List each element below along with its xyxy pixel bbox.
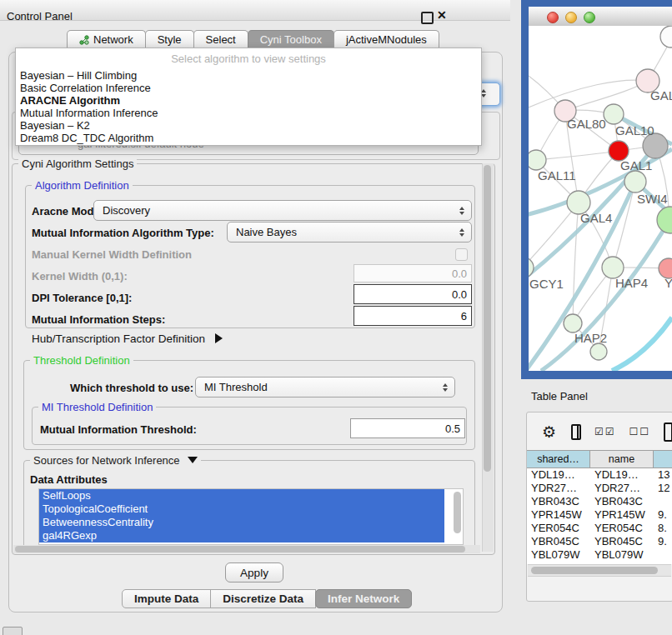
dropdown-item[interactable]: Basic Correlation Inference: [16, 82, 481, 94]
table-row[interactable]: YBL079WYBL079W: [527, 548, 672, 562]
expand-right-icon[interactable]: [215, 333, 223, 343]
settings-vscrollbar-thumb[interactable]: [484, 165, 491, 472]
close-traffic-light-icon[interactable]: [547, 12, 559, 23]
table-cell: YDL19…: [527, 468, 590, 482]
sources-legend: Sources for Network Inference: [30, 455, 201, 466]
aracne-mode-combobox[interactable]: Discovery: [93, 200, 472, 221]
tab-label: Select: [206, 33, 236, 46]
tab-network[interactable]: Network: [67, 30, 146, 48]
cyni-settings-legend: Cyni Algorithm Settings: [18, 158, 137, 169]
zoom-traffic-light-icon[interactable]: [584, 12, 595, 23]
table-cell: YER054C: [590, 522, 654, 535]
tab-label: Style: [158, 33, 182, 46]
algorithm-definition-legend: Algorithm Definition: [32, 180, 133, 191]
new-table-icon[interactable]: [664, 422, 672, 442]
close-icon[interactable]: ✕: [437, 8, 447, 22]
mi-type-value: Naive Bayes: [236, 226, 297, 238]
mi-threshold-field[interactable]: 0.5: [350, 418, 465, 438]
network-canvas[interactable]: GALGAL80GAL10GAL1GAL11SWI4GAL4GCY1HAP4YH…: [529, 26, 672, 371]
apply-button[interactable]: Apply: [225, 562, 283, 582]
network-node-gcy1[interactable]: [529, 258, 534, 278]
data-attributes-list[interactable]: SelfLoopsTopologicalCoefficientBetweenne…: [38, 488, 464, 545]
table-cell: YBR043C: [590, 495, 654, 508]
float-panel-icon[interactable]: [421, 12, 434, 24]
tab-cyni-toolbox[interactable]: Cyni Toolbox: [248, 30, 334, 48]
settings-hscrollbar-thumb[interactable]: [15, 546, 465, 552]
gear-icon[interactable]: ⚙: [542, 422, 556, 442]
network-node-swi4[interactable]: [624, 171, 646, 192]
table-row[interactable]: YBR045CYBR045C9.: [527, 535, 672, 548]
tab-impute-data[interactable]: Impute Data: [122, 589, 211, 608]
kernel-width-label: Kernel Width (0,1):: [32, 270, 128, 282]
network-node[interactable]: [590, 343, 607, 360]
tab-style[interactable]: Style: [145, 30, 194, 48]
tab-discretize-data[interactable]: Discretize Data: [210, 589, 316, 608]
attribute-item[interactable]: gal4RGexp: [39, 529, 444, 542]
attribute-item[interactable]: TopologicalCoefficient: [39, 502, 444, 516]
table-row[interactable]: YBR043CYBR043C: [527, 495, 672, 508]
network-node[interactable]: [660, 26, 672, 48]
column-header[interactable]: name: [590, 450, 654, 468]
network-node-gal11[interactable]: [529, 150, 546, 170]
network-node-hap2[interactable]: [564, 314, 582, 332]
node-label: GAL80: [567, 117, 606, 131]
tab-jactivemnodules[interactable]: jActiveMNodules: [333, 30, 439, 48]
attribute-item[interactable]: BetweennessCentrality: [39, 516, 444, 529]
tab-label: Cyni Toolbox: [260, 33, 322, 46]
table-cell: [654, 548, 672, 562]
network-window: GALGAL80GAL10GAL1GAL11SWI4GAL4GCY1HAP4YH…: [529, 7, 672, 371]
network-edge[interactable]: [573, 202, 579, 323]
node-table[interactable]: shared…nameA YDL19…YDL19…13YDR27…YDR27…1…: [527, 450, 672, 564]
column-header[interactable]: A: [654, 450, 672, 468]
table-row[interactable]: YDL19…YDL19…13: [527, 468, 672, 482]
table-row[interactable]: YDR27…YDR27…12: [527, 482, 672, 495]
dropdown-item[interactable]: ARACNE Algorithm: [16, 94, 481, 107]
kernel-width-field[interactable]: 0.0: [354, 264, 472, 282]
table-toolbar: ⚙ ☑☑ ☐☐: [527, 419, 672, 444]
network-edge[interactable]: [536, 151, 619, 160]
table-hscrollbar-track[interactable]: [528, 564, 671, 577]
deselect-all-checkboxes-icon[interactable]: ☐☐: [629, 426, 651, 438]
table-row[interactable]: YPR145WYPR145W9.: [527, 508, 672, 522]
node-label: HAP2: [574, 331, 607, 345]
table-cell: YBR043C: [527, 495, 590, 508]
which-threshold-value: MI Threshold: [204, 381, 268, 393]
dropdown-item[interactable]: Mutual Information Inference: [16, 107, 481, 119]
dropdown-placeholder: Select algorithm to view settings: [16, 48, 481, 69]
mi-steps-label: Mutual Information Steps:: [32, 313, 165, 326]
node-label: Y: [664, 276, 672, 290]
table-hscrollbar-thumb[interactable]: [531, 567, 658, 574]
which-threshold-combobox[interactable]: MI Threshold: [195, 377, 455, 398]
attribute-item[interactable]: SelfLoops: [39, 489, 444, 502]
dropdown-item[interactable]: Bayesian – K2: [16, 119, 481, 132]
network-node-gal10[interactable]: [604, 104, 624, 124]
collapse-down-icon[interactable]: [188, 457, 198, 463]
list-scrollbar[interactable]: [454, 492, 461, 533]
manual-kernel-checkbox[interactable]: [455, 248, 468, 261]
table-cell: 9.: [654, 508, 672, 522]
table-panel-title: Table Panel: [531, 390, 588, 402]
tab-select[interactable]: Select: [193, 30, 248, 48]
column-header[interactable]: shared…: [527, 450, 590, 468]
minimized-panel-icon[interactable]: [3, 627, 23, 635]
network-node[interactable]: [657, 207, 672, 233]
dpi-tolerance-field[interactable]: 0.0: [354, 284, 472, 304]
select-all-checkboxes-icon[interactable]: ☑☑: [594, 426, 616, 438]
network-edge[interactable]: [565, 81, 648, 111]
mi-steps-field[interactable]: 6: [354, 306, 472, 326]
hub-definition-row[interactable]: Hub/Transcription Factor Definition: [32, 332, 223, 345]
mi-type-combobox[interactable]: Naive Bayes: [227, 222, 472, 242]
tab-label: jActiveMNodules: [346, 33, 427, 46]
tab-infer-network[interactable]: Infer Network: [315, 589, 412, 608]
manual-kernel-label: Manual Kernel Width Definition: [32, 248, 192, 261]
network-window-titlebar[interactable]: [529, 7, 672, 27]
columns-icon[interactable]: [571, 424, 581, 440]
minimize-traffic-light-icon[interactable]: [565, 12, 577, 23]
mi-type-label: Mutual Information Algorithm Type:: [32, 227, 214, 239]
network-edge-highlight[interactable]: [612, 318, 672, 371]
table-cell: 12: [654, 482, 672, 495]
table-row[interactable]: YER054CYER054C8.: [527, 522, 672, 535]
dropdown-item[interactable]: Bayesian – Hill Climbing: [16, 69, 481, 82]
mi-threshold-label: Mutual Information Threshold:: [40, 423, 197, 436]
dropdown-item[interactable]: Dream8 DC_TDC Algorithm: [16, 132, 481, 144]
